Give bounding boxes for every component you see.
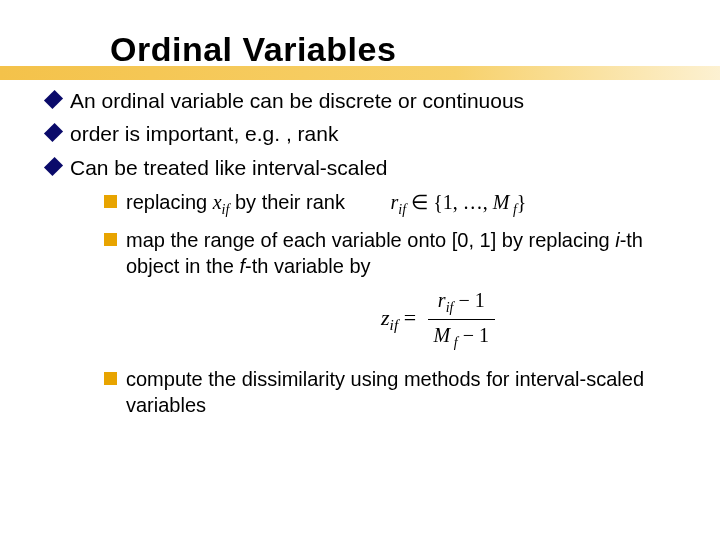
bullet-item: An ordinal variable can be discrete or c… bbox=[46, 87, 690, 114]
slide: Ordinal Variables An ordinal variable ca… bbox=[0, 0, 720, 540]
bullet-list: An ordinal variable can be discrete or c… bbox=[46, 87, 690, 418]
var-sub: f bbox=[450, 335, 457, 350]
sub-list: replacing xif by their rank rif ∈ {1, …,… bbox=[104, 189, 690, 419]
num-tail: − 1 bbox=[453, 289, 484, 311]
math-set: rif ∈ {1, …, M f} bbox=[391, 191, 527, 213]
set-close: } bbox=[517, 191, 527, 213]
bullet-text: Can be treated like interval-scaled bbox=[70, 156, 388, 179]
bullet-item: Can be treated like interval-scaled repl… bbox=[46, 154, 690, 419]
sub-text: replacing bbox=[126, 191, 213, 213]
var-sub: if bbox=[398, 202, 406, 217]
sub-item: replacing xif by their rank rif ∈ {1, …,… bbox=[104, 189, 690, 219]
numerator: rif − 1 bbox=[428, 287, 495, 320]
var-M: M bbox=[434, 324, 451, 346]
eq-lhs: zif = bbox=[381, 305, 422, 330]
sub-text: -th variable by bbox=[245, 255, 371, 277]
var-z: z bbox=[381, 305, 390, 330]
set-in: ∈ {1, …, bbox=[406, 191, 493, 213]
var-r: r bbox=[438, 289, 446, 311]
sub-item: map the range of each variable onto [0, … bbox=[104, 227, 690, 352]
equation-block: zif = rif − 1 M f − 1 bbox=[186, 287, 690, 352]
var-M: M bbox=[493, 191, 510, 213]
den-tail: − 1 bbox=[458, 324, 489, 346]
bullet-item: order is important, e.g. , rank bbox=[46, 120, 690, 147]
var-sub: f bbox=[509, 202, 516, 217]
math-var: xif bbox=[213, 191, 230, 213]
bullet-text: order is important, e.g. , rank bbox=[70, 122, 338, 145]
var-sub: if bbox=[390, 316, 399, 333]
fraction: rif − 1 M f − 1 bbox=[428, 287, 495, 352]
eq-equals: = bbox=[398, 305, 421, 330]
sub-item: compute the dissimilarity using methods … bbox=[104, 366, 690, 418]
sub-text: map the range of each variable onto [0, … bbox=[126, 229, 615, 251]
sub-text: compute the dissimilarity using methods … bbox=[126, 368, 644, 416]
denominator: M f − 1 bbox=[428, 320, 495, 352]
var-x: x bbox=[213, 191, 222, 213]
bullet-text: An ordinal variable can be discrete or c… bbox=[70, 89, 524, 112]
slide-title: Ordinal Variables bbox=[110, 30, 690, 69]
sub-text: by their rank bbox=[229, 191, 345, 213]
title-block: Ordinal Variables bbox=[110, 30, 690, 69]
